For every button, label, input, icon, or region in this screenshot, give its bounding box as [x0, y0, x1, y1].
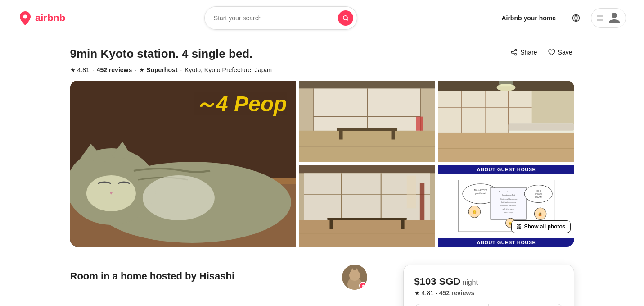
listing-details: Room in a home hosted by Hisashi: [70, 265, 574, 306]
date-grid: CHECK-IN Add date CHECKOUT Add date: [414, 304, 563, 306]
booking-price: $103 SGD night: [414, 276, 563, 288]
language-button[interactable]: [568, 10, 584, 26]
svg-rect-59: [328, 218, 407, 220]
main-photo[interactable]: ～4 Peop: [70, 81, 296, 247]
booking-reviews-link[interactable]: 452 reviews: [439, 289, 475, 297]
svg-rect-62: [420, 183, 424, 220]
svg-text:Bathrooms are shared: Bathrooms are shared: [500, 205, 516, 207]
svg-line-1: [347, 19, 348, 20]
listing-left: Room in a home hosted by Hisashi: [70, 265, 367, 306]
heart-icon: [548, 49, 555, 56]
host-badge-icon: [361, 284, 365, 288]
show-all-photos-label: Show all photos: [524, 224, 566, 230]
room1-svg: [299, 81, 435, 162]
yellow-overlay-text: ～4 Peop: [194, 90, 287, 119]
rating: ★ 4.81: [70, 66, 90, 73]
search-button[interactable]: [338, 10, 353, 26]
reviews-link[interactable]: 452 reviews: [97, 66, 132, 73]
svg-point-21: [142, 175, 214, 220]
svg-text:This is small Guesthouse: This is small Guesthouse: [500, 199, 517, 201]
header-right: Airbnb your home: [496, 8, 626, 28]
svg-text:ROOM!: ROOM!: [535, 196, 541, 198]
svg-rect-60: [330, 220, 333, 229]
listing-header: 9min Kyoto station. 4 single bed. Share …: [70, 47, 574, 61]
svg-rect-34: [392, 131, 395, 140]
star-icon: ★: [70, 67, 76, 73]
svg-rect-61: [401, 220, 405, 229]
svg-rect-88: [517, 227, 518, 229]
svg-rect-89: [519, 227, 521, 229]
svg-rect-23: [299, 131, 435, 162]
dot-separator-3: ·: [180, 66, 182, 73]
photo-room-2[interactable]: [438, 81, 574, 162]
svg-point-9: [515, 54, 517, 55]
svg-text:with other guests: with other guests: [502, 208, 514, 210]
main-content: 9min Kyoto station. 4 single bed. Share …: [52, 36, 592, 306]
listing-meta: ★ 4.81 · 452 reviews · Superhost · Kyoto…: [70, 66, 574, 73]
svg-rect-47: [509, 123, 574, 131]
share-icon: [510, 49, 518, 56]
price-period: night: [462, 279, 478, 287]
share-button[interactable]: Share: [509, 47, 539, 58]
svg-text:🙋: 🙋: [538, 212, 542, 216]
airbnb-your-home-link[interactable]: Airbnb your home: [496, 11, 561, 25]
booking-card: $103 SGD night ★ 4.81 · 452 reviews CHEC…: [403, 265, 574, 306]
svg-text:Please understand about: Please understand about: [498, 191, 518, 193]
host-intro: Room in a home hosted by Hisashi: [70, 270, 235, 282]
svg-rect-26: [313, 88, 314, 130]
grid-icon: [516, 224, 522, 229]
main-photo-image: ～4 Peop: [70, 81, 296, 247]
airbnb-logo-icon: [18, 11, 32, 25]
about-banner-top: ABOUT GUEST HOUSE: [438, 165, 574, 174]
save-label: Save: [558, 49, 572, 56]
svg-point-0: [343, 15, 347, 19]
show-all-photos-button[interactable]: Show all photos: [511, 220, 571, 233]
booking-rating-value: 4.81: [422, 289, 434, 297]
checkout-cell[interactable]: CHECKOUT Add date: [489, 304, 563, 306]
booking-star-icon: ★: [414, 290, 420, 297]
svg-rect-35: [416, 117, 423, 131]
room2-svg: [438, 81, 574, 162]
svg-line-10: [513, 53, 515, 54]
booking-dot: ·: [436, 289, 437, 297]
save-button[interactable]: Save: [546, 47, 574, 58]
host-avatar-badge: [359, 282, 367, 290]
host-info: Room in a home hosted by Hisashi: [70, 270, 235, 284]
svg-line-11: [513, 50, 515, 52]
svg-rect-33: [339, 131, 343, 140]
listing-title: 9min Kyoto station. 4 single bed.: [70, 47, 253, 61]
photo-grid: ～4 Peop: [70, 81, 574, 247]
search-input[interactable]: [214, 14, 338, 22]
logo-text: airbnb: [35, 12, 65, 24]
main-header: airbnb Airbnb your home: [0, 0, 644, 36]
globe-icon: [572, 14, 580, 22]
svg-text:😊: 😊: [473, 210, 477, 215]
svg-rect-27: [367, 88, 368, 130]
user-avatar-icon: [608, 11, 621, 25]
about-banner-bottom: ABOUT GUEST HOUSE: [438, 238, 574, 247]
photo-room-3[interactable]: [299, 165, 435, 247]
superhost-label: Superhost: [146, 66, 177, 73]
svg-text:Guesthouse first: Guesthouse first: [502, 194, 515, 196]
user-menu[interactable]: [591, 8, 626, 28]
svg-rect-31: [299, 81, 435, 88]
room3-svg: [299, 165, 435, 247]
checkin-cell[interactable]: CHECK-IN Add date: [415, 304, 489, 306]
svg-text:TATAMI: TATAMI: [535, 193, 541, 195]
search-bar[interactable]: [204, 6, 357, 30]
photo-about-guesthouse[interactable]: ABOUT GUEST HOUSE This is KYOTO guesthou…: [438, 165, 574, 247]
photo-room-1[interactable]: [299, 81, 435, 162]
svg-text:This is: This is: [535, 190, 541, 192]
svg-rect-86: [517, 225, 518, 227]
search-icon: [342, 15, 349, 21]
svg-point-39: [497, 84, 516, 91]
svg-text:that has three rooms: that has three rooms: [501, 202, 516, 204]
host-avatar: [342, 265, 367, 290]
dot-separator-2: ·: [135, 66, 136, 73]
location-link[interactable]: Kyoto, Kyoto Prefecture, Japan: [185, 66, 272, 73]
svg-text:guesthouse!: guesthouse!: [475, 192, 486, 195]
superhost-badge: Superhost: [139, 66, 177, 73]
svg-point-7: [515, 49, 517, 51]
hamburger-icon: [596, 14, 604, 22]
logo-link[interactable]: airbnb: [18, 11, 65, 25]
